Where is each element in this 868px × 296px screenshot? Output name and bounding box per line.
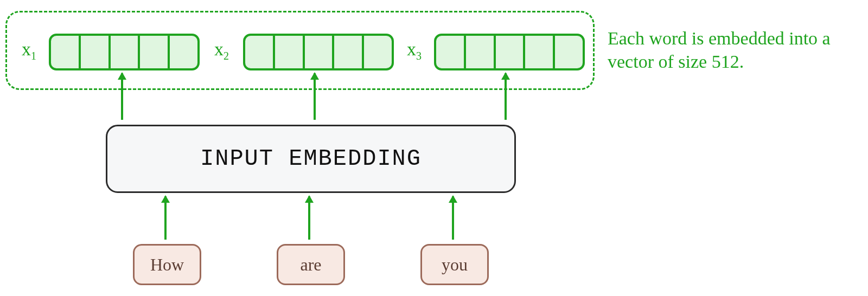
vector-cell [364,36,392,68]
word-text: are [300,255,321,275]
arrow-up-icon [314,73,316,120]
diagram-caption: Each word is embedded into a vector of s… [608,27,857,73]
word-token: you [420,244,489,285]
vector-symbol: x [22,39,31,59]
vector-cell [111,36,141,68]
arrow-up-icon [164,196,167,240]
vector-symbol: x [407,39,416,59]
vector-cell [496,36,526,68]
arrow-up-icon [505,73,507,120]
arrow-up-icon [452,196,454,240]
embedding-vector-3 [434,34,585,70]
word-token: How [133,244,201,285]
vector-subscript: 2 [224,50,229,62]
vector-cell [275,36,305,68]
vector-cell [525,36,555,68]
vector-cell [51,36,81,68]
vector-cell [140,36,170,68]
vector-cell [334,36,364,68]
input-embedding-label: INPUT EMBEDDING [200,146,422,172]
vector-cell [466,36,496,68]
vector-cell [245,36,275,68]
word-token: are [277,244,345,285]
vector-cell [170,36,197,68]
vector-label-x2: x2 [214,39,229,62]
arrow-up-icon [308,196,310,240]
vector-cell [555,36,583,68]
vector-label-x3: x3 [407,39,422,62]
arrow-up-icon [121,73,123,120]
vector-cell [436,36,466,68]
vector-symbol: x [214,39,224,59]
vector-cell [305,36,335,68]
input-embedding-box: INPUT EMBEDDING [106,125,516,193]
vector-cell [81,36,111,68]
vector-subscript: 3 [416,50,422,62]
word-text: you [442,255,468,275]
vector-subscript: 1 [31,50,36,62]
embedding-vector-2 [243,34,394,70]
word-text: How [150,255,184,275]
embedding-vector-1 [49,34,200,70]
vector-label-x1: x1 [22,39,36,62]
